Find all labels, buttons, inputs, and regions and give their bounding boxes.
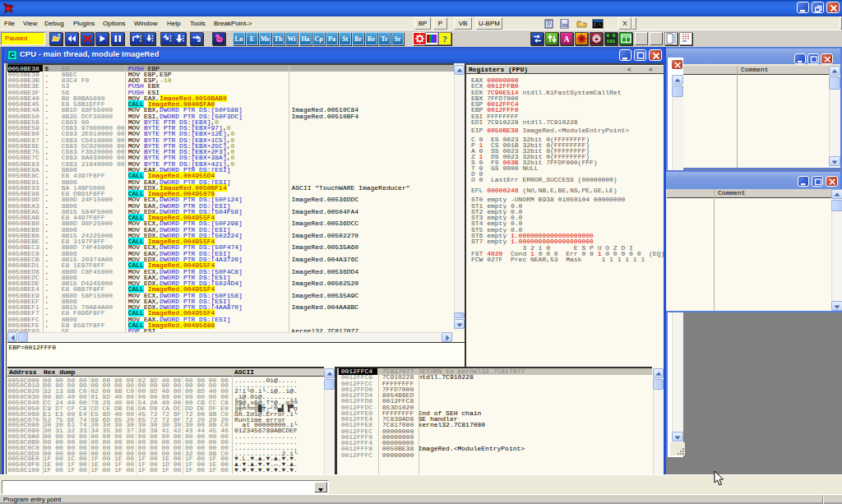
svg-text:C:\: C:\: [594, 23, 601, 28]
